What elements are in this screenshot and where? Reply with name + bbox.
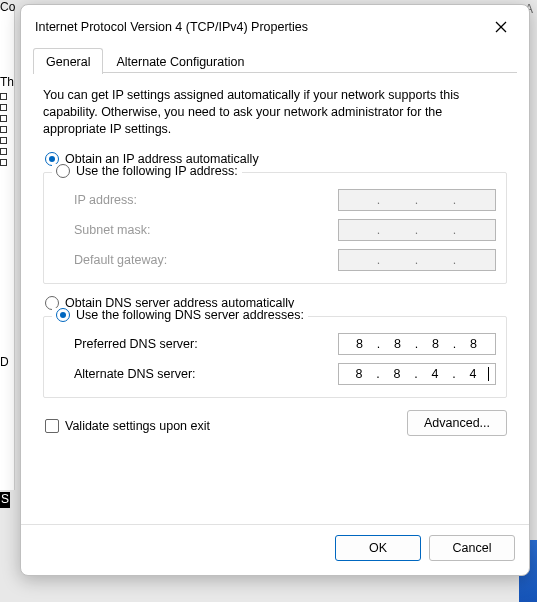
bg-text: S xyxy=(0,492,10,508)
validate-settings-checkbox[interactable]: Validate settings upon exit xyxy=(45,419,210,433)
radio-icon xyxy=(56,308,70,322)
preferred-dns-label: Preferred DNS server: xyxy=(74,337,198,351)
radio-icon xyxy=(56,164,70,178)
dns-manual-group: Use the following DNS server addresses: … xyxy=(43,316,507,398)
preferred-dns-input[interactable]: 8. 8. 8. 8 xyxy=(338,333,496,355)
dialog-title: Internet Protocol Version 4 (TCP/IPv4) P… xyxy=(35,20,308,34)
bg-text: Th xyxy=(0,75,14,170)
intro-text: You can get IP settings assigned automat… xyxy=(43,87,507,138)
bg-text: D xyxy=(0,355,9,369)
tab-content-general: You can get IP settings assigned automat… xyxy=(21,73,529,524)
ip-manual-group: Use the following IP address: IP address… xyxy=(43,172,507,284)
alternate-dns-label: Alternate DNS server: xyxy=(74,367,196,381)
subnet-mask-label: Subnet mask: xyxy=(74,223,150,237)
ip-address-input: ... xyxy=(338,189,496,211)
cancel-button[interactable]: Cancel xyxy=(429,535,515,561)
close-icon xyxy=(495,21,507,33)
ok-button[interactable]: OK xyxy=(335,535,421,561)
radio-label: Use the following IP address: xyxy=(76,164,238,178)
default-gateway-label: Default gateway: xyxy=(74,253,167,267)
subnet-mask-input: ... xyxy=(338,219,496,241)
checkbox-label: Validate settings upon exit xyxy=(65,419,210,433)
text-caret xyxy=(488,367,489,381)
radio-ip-manual[interactable]: Use the following IP address: xyxy=(52,164,242,178)
radio-label: Use the following DNS server addresses: xyxy=(76,308,304,322)
tab-alternate-configuration[interactable]: Alternate Configuration xyxy=(103,48,257,74)
bg-text: Co xyxy=(0,0,15,14)
radio-dns-manual[interactable]: Use the following DNS server addresses: xyxy=(52,308,308,322)
default-gateway-input: ... xyxy=(338,249,496,271)
tabstrip: General Alternate Configuration xyxy=(21,47,529,73)
ip-address-label: IP address: xyxy=(74,193,137,207)
dialog-footer: OK Cancel xyxy=(21,524,529,575)
ipv4-properties-dialog: Internet Protocol Version 4 (TCP/IPv4) P… xyxy=(20,4,530,576)
tab-general[interactable]: General xyxy=(33,48,103,74)
alternate-dns-input[interactable]: 8. 8. 4. 4 xyxy=(338,363,496,385)
titlebar: Internet Protocol Version 4 (TCP/IPv4) P… xyxy=(21,5,529,47)
close-button[interactable] xyxy=(487,15,515,39)
checkbox-icon xyxy=(45,419,59,433)
advanced-button[interactable]: Advanced... xyxy=(407,410,507,436)
